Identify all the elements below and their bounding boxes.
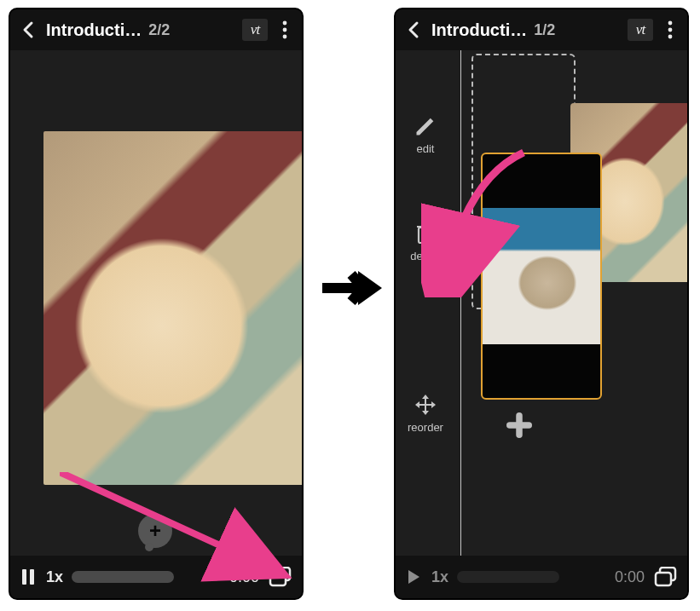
scrubber[interactable]: [72, 571, 174, 583]
page-counter: 1/2: [534, 21, 555, 39]
reorder-tool[interactable]: reorder: [408, 393, 443, 434]
delete-tool[interactable]: delete: [410, 222, 440, 262]
slide-tools: edit delete: [396, 114, 455, 434]
player-footer: 1x 0:00: [10, 556, 302, 598]
more-menu-button[interactable]: [273, 20, 297, 39]
move-icon: [414, 393, 437, 417]
svg-rect-18: [656, 573, 671, 585]
layers-icon: [269, 567, 292, 587]
pause-icon: [21, 569, 35, 585]
app-logo[interactable]: vt: [242, 19, 268, 41]
project-title[interactable]: Introducti…: [431, 20, 527, 40]
pencil-icon: [414, 114, 437, 138]
transition-arrow: [319, 264, 384, 312]
player-canvas[interactable]: +: [10, 50, 302, 559]
slides-canvas: edit delete: [396, 50, 687, 559]
slide-thumbnail-selected[interactable]: [481, 153, 602, 400]
svg-rect-3: [22, 569, 26, 585]
add-slide-button[interactable]: [505, 411, 534, 440]
more-vertical-icon: [668, 20, 673, 39]
chevron-left-icon: [403, 20, 424, 40]
divider: [460, 50, 461, 559]
svg-point-9: [668, 28, 673, 32]
reorder-label: reorder: [408, 421, 443, 434]
trash-icon: [414, 222, 437, 245]
play-button[interactable]: [404, 569, 423, 585]
slides-panel-button[interactable]: [653, 567, 679, 587]
project-title[interactable]: Introducti…: [46, 20, 142, 40]
add-comment-button[interactable]: +: [138, 514, 172, 548]
phone-player-view: Introducti… 2/2 vt + 1x 0:00: [9, 8, 304, 600]
svg-point-2: [283, 35, 287, 39]
svg-point-1: [283, 28, 287, 32]
media-photo[interactable]: [43, 131, 304, 485]
chevron-left-icon: [18, 20, 38, 40]
scrubber[interactable]: [457, 571, 559, 583]
header-bar: Introducti… 1/2 vt: [396, 9, 687, 50]
layers-icon: [654, 567, 678, 587]
phone-slides-view: Introducti… 1/2 vt edit: [394, 8, 689, 600]
timecode: 0:00: [602, 568, 645, 586]
app-logo[interactable]: vt: [628, 19, 653, 41]
back-button[interactable]: [15, 20, 41, 40]
playback-speed[interactable]: 1x: [431, 568, 448, 586]
slides-panel-button[interactable]: [268, 567, 293, 587]
svg-rect-6: [270, 573, 286, 585]
svg-point-10: [668, 35, 673, 39]
svg-point-0: [283, 21, 287, 26]
svg-point-8: [668, 21, 673, 26]
svg-rect-4: [30, 569, 34, 585]
edit-tool[interactable]: edit: [414, 114, 437, 155]
delete-label: delete: [410, 250, 440, 262]
plus-icon: +: [149, 521, 161, 541]
playback-speed[interactable]: 1x: [46, 568, 63, 586]
play-icon: [407, 569, 420, 585]
page-counter: 2/2: [148, 21, 170, 39]
more-vertical-icon: [282, 20, 287, 39]
more-menu-button[interactable]: [658, 20, 682, 39]
timecode: 0:00: [217, 568, 259, 586]
plus-icon: [506, 412, 532, 438]
back-button[interactable]: [401, 20, 426, 40]
edit-label: edit: [417, 142, 435, 155]
pause-button[interactable]: [19, 569, 38, 585]
header-bar: Introducti… 2/2 vt: [10, 9, 302, 50]
player-footer: 1x 0:00: [396, 556, 687, 598]
